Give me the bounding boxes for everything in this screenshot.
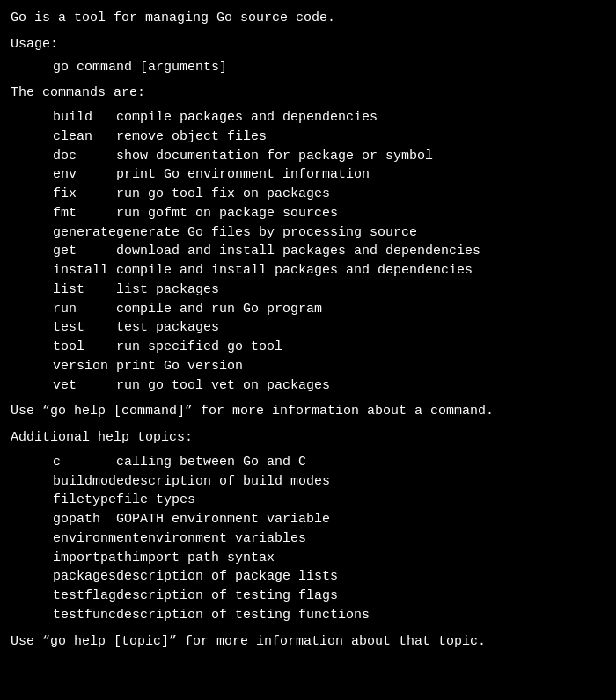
- command-desc: compile packages and dependencies: [116, 108, 378, 128]
- command-row: testtest packages: [11, 318, 605, 338]
- command-name: version: [11, 357, 116, 376]
- topic-desc: description of testing flags: [116, 587, 338, 606]
- command-desc: print Go version: [116, 357, 243, 376]
- command-desc: remove object files: [116, 128, 267, 147]
- command-row: envprint Go environment information: [11, 165, 605, 185]
- command-row: listlist packages: [11, 281, 605, 300]
- command-desc: list packages: [116, 281, 219, 300]
- command-name: fmt: [11, 204, 116, 223]
- topic-row: importpathimport path syntax: [11, 549, 605, 568]
- command-name: list: [11, 281, 116, 300]
- command-row: getdownload and install packages and dep…: [11, 242, 605, 261]
- topic-row: testflagdescription of testing flags: [11, 587, 605, 606]
- help-topic-text: Use “go help [topic]” for more informati…: [11, 632, 605, 652]
- command-row: vetrun go tool vet on packages: [11, 376, 605, 396]
- topic-row: filetypefile types: [11, 491, 605, 510]
- command-desc: download and install packages and depend…: [116, 242, 480, 261]
- command-name: clean: [11, 128, 116, 147]
- topic-desc: calling between Go and C: [116, 453, 306, 472]
- command-desc: show documentation for package or symbol: [116, 147, 433, 166]
- command-name: test: [11, 318, 116, 338]
- commands-header: The commands are:: [11, 84, 605, 103]
- usage-label: Usage:: [11, 35, 605, 55]
- topic-name: packages: [11, 567, 116, 587]
- command-desc: test packages: [116, 318, 219, 338]
- topic-name: importpath: [11, 549, 132, 568]
- command-row: runcompile and run Go program: [11, 300, 605, 319]
- command-name: tool: [11, 338, 116, 357]
- command-name: env: [11, 165, 116, 185]
- topic-row: environmentenvironment variables: [11, 529, 605, 549]
- additional-header: Additional help topics:: [11, 428, 605, 448]
- command-desc: run specified go tool: [116, 338, 282, 357]
- topic-desc: import path syntax: [132, 549, 275, 568]
- command-row: fmtrun gofmt on package sources: [11, 204, 605, 223]
- topic-desc: description of package lists: [116, 567, 338, 587]
- command-row: installcompile and install packages and …: [11, 261, 605, 281]
- command-name: generate: [11, 223, 116, 243]
- topic-name: filetype: [11, 491, 116, 510]
- command-row: docshow documentation for package or sym…: [11, 147, 605, 166]
- topic-row: gopathGOPATH environment variable: [11, 510, 605, 529]
- usage-command: go command [arguments]: [11, 58, 605, 77]
- topic-desc: description of build modes: [124, 472, 330, 492]
- command-desc: compile and run Go program: [116, 300, 322, 319]
- command-row: cleanremove object files: [11, 128, 605, 147]
- topic-desc: description of testing functions: [116, 606, 370, 625]
- command-name: fix: [11, 185, 116, 204]
- topic-desc: environment variables: [140, 529, 306, 549]
- topic-name: environment: [11, 529, 140, 549]
- topic-name: gopath: [11, 510, 116, 529]
- intro-text: Go is a tool for managing Go source code…: [11, 9, 605, 28]
- command-row: toolrun specified go tool: [11, 338, 605, 357]
- help-command-text: Use “go help [command]” for more informa…: [11, 402, 605, 421]
- command-desc: run gofmt on package sources: [116, 204, 338, 223]
- topic-row: testfuncdescription of testing functions: [11, 606, 605, 625]
- command-name: doc: [11, 147, 116, 166]
- topic-name: testflag: [11, 587, 116, 606]
- topics-list: ccalling between Go and Cbuildmodedescri…: [11, 453, 605, 625]
- command-row: versionprint Go version: [11, 357, 605, 376]
- command-name: vet: [11, 376, 116, 396]
- command-desc: print Go environment information: [116, 165, 370, 185]
- topic-row: ccalling between Go and C: [11, 453, 605, 472]
- topic-name: buildmode: [11, 472, 124, 492]
- commands-list: buildcompile packages and dependenciescl…: [11, 108, 605, 395]
- topic-row: buildmodedescription of build modes: [11, 472, 605, 492]
- command-desc: run go tool vet on packages: [116, 376, 330, 396]
- command-name: install: [11, 261, 116, 281]
- command-name: get: [11, 242, 116, 261]
- topic-name: testfunc: [11, 606, 116, 625]
- command-row: fixrun go tool fix on packages: [11, 185, 605, 204]
- command-name: build: [11, 108, 116, 128]
- topic-desc: file types: [116, 491, 195, 510]
- command-row: buildcompile packages and dependencies: [11, 108, 605, 128]
- command-row: generategenerate Go files by processing …: [11, 223, 605, 243]
- command-desc: generate Go files by processing source: [116, 223, 417, 243]
- command-desc: run go tool fix on packages: [116, 185, 330, 204]
- topic-name: c: [11, 453, 116, 472]
- topic-desc: GOPATH environment variable: [116, 510, 330, 529]
- command-desc: compile and install packages and depende…: [116, 261, 473, 281]
- command-name: run: [11, 300, 116, 319]
- topic-row: packagesdescription of package lists: [11, 567, 605, 587]
